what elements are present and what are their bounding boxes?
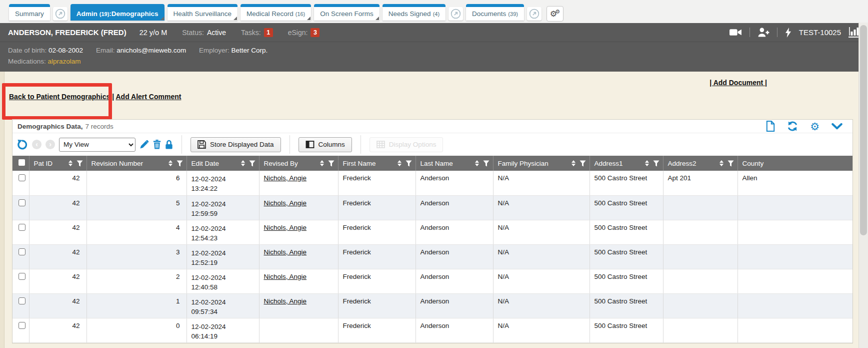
revised-by-link[interactable]: Nichols, Angie — [264, 297, 307, 305]
lightning-icon[interactable] — [785, 28, 792, 38]
filter-funnel-icon[interactable] — [580, 160, 586, 167]
column-header-family-physician[interactable]: Family Physician — [498, 160, 548, 167]
store-displayed-data-button[interactable]: Store Displayed Data — [190, 137, 281, 152]
column-header-pat-id[interactable]: Pat ID — [34, 160, 53, 167]
table-row[interactable]: 42 6 12-02-202413:24:22 Nichols, Angie F… — [12, 171, 852, 195]
table-row[interactable]: 42 4 12-02-202412:54:23 Nichols, Angie F… — [12, 220, 852, 244]
revised-by-link[interactable]: Nichols, Angie — [264, 224, 307, 231]
tab-health-surveillance[interactable]: Health Surveillance — [168, 4, 238, 21]
add-alert-comment-link[interactable]: Add Alert Comment — [116, 93, 181, 101]
add-person-icon[interactable] — [758, 28, 770, 37]
reset-view-icon[interactable] — [17, 139, 28, 150]
email-label: Email: — [96, 47, 115, 54]
tasks-badge[interactable]: 1 — [264, 28, 273, 37]
delete-view-trash-icon[interactable] — [153, 140, 161, 149]
panel-settings-gear-icon[interactable]: ⚙ — [810, 121, 820, 132]
row-checkbox[interactable] — [18, 174, 26, 181]
cell-revision: 4 — [86, 220, 186, 244]
add-document-link[interactable]: | Add Document | — [710, 79, 767, 87]
filter-funnel-icon[interactable] — [483, 160, 490, 167]
revised-by-link[interactable]: Nichols, Angie — [264, 174, 307, 182]
column-header-county[interactable]: County — [742, 160, 764, 167]
tab-count: (4) — [433, 11, 440, 17]
row-checkbox[interactable] — [18, 322, 26, 329]
column-header-revised-by[interactable]: Revised By — [264, 160, 298, 167]
back-to-patient-demographics-link[interactable]: Back to Patient Demographics — [9, 93, 110, 101]
revised-by-link[interactable]: Nichols, Angie — [264, 248, 307, 256]
previous-view-button[interactable]: ‹ — [32, 140, 42, 149]
filter-funnel-icon[interactable] — [249, 160, 256, 167]
medications-label: Medications: — [8, 58, 46, 65]
filter-funnel-icon[interactable] — [653, 160, 660, 167]
gears-icon-small: ⚙ — [555, 9, 560, 15]
filter-funnel-icon[interactable] — [328, 160, 334, 167]
row-checkbox[interactable] — [18, 224, 26, 231]
table-row[interactable]: 42 3 12-02-202412:52:19 Nichols, Angie F… — [12, 244, 852, 269]
status-value: Active — [207, 29, 226, 37]
video-camera-icon[interactable] — [730, 28, 742, 37]
save-icon — [198, 140, 206, 149]
sort-icon[interactable] — [645, 160, 649, 166]
filter-funnel-icon[interactable] — [406, 160, 412, 167]
select-all-checkbox[interactable] — [18, 159, 25, 166]
tab-admin-demographics[interactable]: Admin(19):Demographics — [70, 4, 164, 21]
cell-first-name: Frederick — [338, 195, 416, 220]
filter-funnel-icon[interactable] — [176, 160, 183, 167]
sort-icon[interactable] — [68, 160, 72, 166]
row-checkbox[interactable] — [18, 273, 26, 280]
vertical-scrollbar[interactable] — [858, 23, 868, 348]
tab-on-screen-forms[interactable]: On Screen Forms — [314, 4, 380, 21]
column-header-address2[interactable]: Address2 — [668, 160, 696, 167]
cell-revision: 5 — [86, 195, 186, 220]
column-header-edit-date[interactable]: Edit Date — [192, 160, 220, 167]
next-view-button[interactable]: › — [46, 140, 55, 149]
cell-last-name: Anderson — [416, 318, 493, 342]
edit-view-pencil-icon[interactable] — [140, 140, 149, 149]
tab-settings-button[interactable]: ⚙⚙ — [546, 6, 564, 22]
sort-icon[interactable] — [241, 160, 245, 166]
filter-funnel-icon[interactable] — [728, 160, 734, 167]
refresh-icon[interactable] — [787, 121, 798, 132]
sort-icon[interactable] — [475, 160, 479, 166]
tab-medical-record[interactable]: Medical Record(16) — [240, 4, 311, 21]
revised-by-link[interactable]: Nichols, Angie — [264, 273, 307, 280]
scrollbar-thumb[interactable] — [860, 25, 867, 235]
row-checkbox[interactable] — [18, 297, 26, 304]
tab-summary[interactable]: Summary — [9, 4, 50, 21]
filter-funnel-icon[interactable] — [76, 160, 83, 167]
patient-banner: ANDERSON, FREDERICK (FRED) 22 y/o M Stat… — [0, 23, 868, 72]
table-row[interactable]: 42 1 12-02-202409:57:34 Nichols, Angie F… — [12, 293, 852, 318]
table-row[interactable]: 42 2 12-02-202412:40:58 Nichols, Angie F… — [12, 269, 852, 293]
summary-popout-button[interactable] — [53, 7, 68, 21]
cell-address2 — [663, 269, 738, 293]
tab-documents[interactable]: Documents(39) — [466, 4, 524, 21]
needs-signed-popout-button[interactable] — [448, 7, 463, 21]
documents-popout-button[interactable] — [527, 7, 542, 21]
view-select[interactable]: My View — [59, 138, 136, 152]
sort-icon[interactable] — [720, 160, 724, 166]
column-header-revision-number[interactable]: Revision Number — [92, 160, 144, 167]
row-checkbox[interactable] — [18, 199, 26, 206]
columns-button[interactable]: Columns — [298, 137, 352, 152]
column-header-last-name[interactable]: Last Name — [420, 160, 453, 167]
medications-value[interactable]: alprazolam — [48, 58, 81, 65]
column-header-first-name[interactable]: First Name — [343, 160, 376, 167]
table-row[interactable]: 42 5 12-02-202412:59:59 Nichols, Angie F… — [12, 195, 852, 220]
dob-value: 02-08-2002 — [48, 47, 83, 54]
sort-icon[interactable] — [398, 160, 402, 166]
tab-needs-signed[interactable]: Needs Signed(4) — [382, 4, 446, 21]
row-checkbox[interactable] — [18, 248, 26, 255]
revised-by-link[interactable]: Nichols, Angie — [264, 199, 307, 207]
email-value: anichols@mieweb.com — [116, 47, 186, 54]
new-document-icon[interactable] — [766, 121, 775, 132]
esign-badge[interactable]: 3 — [310, 28, 320, 37]
column-header-address1[interactable]: Address1 — [594, 160, 623, 167]
sort-icon[interactable] — [572, 160, 576, 166]
lock-view-icon[interactable] — [165, 140, 173, 149]
status-label: Status: — [182, 29, 204, 37]
collapse-chevron-icon[interactable] — [832, 123, 842, 130]
table-row[interactable]: 42 0 12-02-202406:14:19 Frederick Anders… — [12, 318, 852, 342]
cell-address1: 500 Castro Street — [590, 269, 663, 293]
sort-icon[interactable] — [320, 160, 324, 166]
sort-icon[interactable] — [168, 160, 172, 166]
